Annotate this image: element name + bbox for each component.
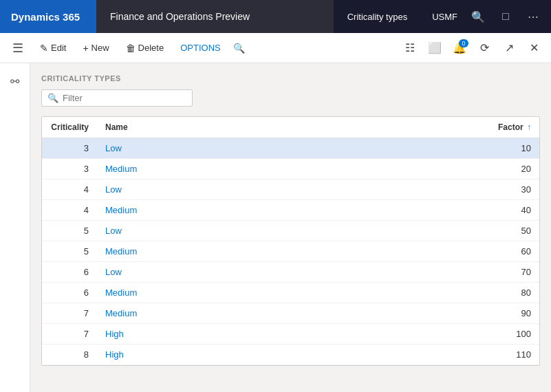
table-row[interactable]: 6Low70 — [42, 262, 539, 283]
cell-factor: 110 — [484, 345, 539, 365]
toolbar-right-icons: ☷ ⬜ 🔔 0 ⟳ ↗ ✕ — [398, 36, 545, 60]
table-row[interactable]: 4Medium40 — [42, 200, 539, 221]
new-button[interactable]: + New — [76, 40, 116, 56]
cell-criticality: 6 — [42, 262, 97, 283]
cell-criticality: 7 — [42, 324, 97, 345]
delete-label: Delete — [138, 43, 164, 53]
toolbar: ☰ ✎ Edit + New 🗑 Delete OPTIONS 🔍 ☷ ⬜ 🔔 … — [0, 33, 551, 63]
close-icon[interactable]: ✕ — [522, 36, 545, 60]
sidebar: ⚯ — [0, 63, 30, 392]
table-row[interactable]: 5Low50 — [42, 221, 539, 241]
edit-button[interactable]: ✎ Edit — [33, 40, 73, 56]
cell-name: High — [97, 345, 484, 365]
more-options-icon[interactable]: ⋯ — [521, 4, 545, 29]
criticality-table-container: Criticality Name Factor ↑ 3Low103Medium2… — [41, 116, 540, 366]
cell-name: Medium — [97, 200, 484, 221]
cell-name: Low — [97, 179, 484, 200]
content-area: CRITICALITY TYPES 🔍 Criticality Name Fac… — [30, 63, 551, 392]
cell-name: Medium — [97, 283, 484, 303]
options-label: OPTIONS — [180, 43, 221, 53]
app-title: Finance and Operations Preview — [110, 11, 250, 22]
toolbar-search-icon: 🔍 — [233, 43, 245, 54]
table-row[interactable]: 6Medium80 — [42, 283, 539, 303]
search-icon[interactable]: 🔍 — [466, 4, 490, 29]
cell-factor: 80 — [484, 283, 539, 303]
notifications-icon[interactable]: □ — [493, 4, 518, 29]
table-row[interactable]: 7Medium90 — [42, 303, 539, 324]
column-header-criticality[interactable]: Criticality — [42, 117, 97, 138]
toolbar-search[interactable]: 🔍 — [233, 43, 245, 54]
cell-name: Medium — [97, 241, 484, 262]
cell-criticality: 8 — [42, 345, 97, 365]
app-title-area: Finance and Operations Preview — [96, 0, 334, 33]
top-bar: Dynamics 365 Finance and Operations Prev… — [0, 0, 551, 33]
filter-input[interactable] — [63, 93, 186, 103]
options-button[interactable]: OPTIONS — [173, 40, 228, 56]
module-label: Criticality types — [334, 12, 421, 22]
table-row[interactable]: 4Low30 — [42, 179, 539, 200]
company-selector[interactable]: USMF — [426, 12, 463, 22]
filter-box[interactable]: 🔍 — [41, 89, 193, 107]
hamburger-menu-button[interactable]: ☰ — [6, 38, 30, 58]
delete-button[interactable]: 🗑 Delete — [119, 40, 171, 56]
cell-criticality: 5 — [42, 241, 97, 262]
notification-count: 0 — [459, 39, 468, 47]
sort-ascending-icon: ↑ — [527, 122, 531, 132]
top-bar-right: USMF 🔍 □ ⋯ — [421, 4, 551, 29]
cell-factor: 10 — [484, 138, 539, 159]
office-icon[interactable]: ⬜ — [423, 36, 446, 60]
cell-name: Medium — [97, 303, 484, 324]
refresh-icon[interactable]: ⟳ — [473, 36, 496, 60]
cell-criticality: 6 — [42, 283, 97, 303]
table-row[interactable]: 3Medium20 — [42, 159, 539, 179]
cell-factor: 60 — [484, 241, 539, 262]
delete-icon: 🗑 — [126, 43, 136, 54]
dynamics-label: Dynamics 365 — [11, 11, 80, 23]
cell-name: Medium — [97, 159, 484, 179]
edit-icon: ✎ — [40, 43, 48, 54]
grid-view-icon[interactable]: ☷ — [398, 36, 422, 60]
table-body: 3Low103Medium204Low304Medium405Low505Med… — [42, 138, 539, 365]
notification-bell-icon[interactable]: 🔔 0 — [448, 36, 471, 60]
table-header-row: Criticality Name Factor ↑ — [42, 117, 539, 138]
main-area: ⚯ CRITICALITY TYPES 🔍 Criticality Name F… — [0, 63, 551, 392]
cell-factor: 30 — [484, 179, 539, 200]
column-header-factor[interactable]: Factor ↑ — [484, 117, 539, 138]
open-new-icon[interactable]: ↗ — [497, 36, 521, 60]
cell-criticality: 4 — [42, 200, 97, 221]
filter-sidebar-icon[interactable]: ⚯ — [3, 69, 28, 94]
cell-criticality: 7 — [42, 303, 97, 324]
criticality-table: Criticality Name Factor ↑ 3Low103Medium2… — [42, 117, 539, 365]
cell-name: Low — [97, 262, 484, 283]
cell-factor: 40 — [484, 200, 539, 221]
table-row[interactable]: 8High110 — [42, 345, 539, 365]
cell-factor: 100 — [484, 324, 539, 345]
cell-factor: 70 — [484, 262, 539, 283]
cell-factor: 90 — [484, 303, 539, 324]
cell-factor: 20 — [484, 159, 539, 179]
table-row[interactable]: 3Low10 — [42, 138, 539, 159]
add-icon: + — [83, 43, 88, 54]
cell-criticality: 3 — [42, 138, 97, 159]
cell-criticality: 4 — [42, 179, 97, 200]
cell-criticality: 5 — [42, 221, 97, 241]
edit-label: Edit — [51, 43, 66, 53]
filter-search-icon: 🔍 — [47, 93, 58, 103]
cell-factor: 50 — [484, 221, 539, 241]
cell-name: High — [97, 324, 484, 345]
table-row[interactable]: 5Medium60 — [42, 241, 539, 262]
dynamics-logo[interactable]: Dynamics 365 — [0, 0, 96, 33]
section-title: CRITICALITY TYPES — [41, 74, 540, 83]
cell-name: Low — [97, 221, 484, 241]
cell-criticality: 3 — [42, 159, 97, 179]
new-label: New — [91, 43, 109, 53]
table-row[interactable]: 7High100 — [42, 324, 539, 345]
column-header-name[interactable]: Name — [97, 117, 484, 138]
cell-name: Low — [97, 138, 484, 159]
